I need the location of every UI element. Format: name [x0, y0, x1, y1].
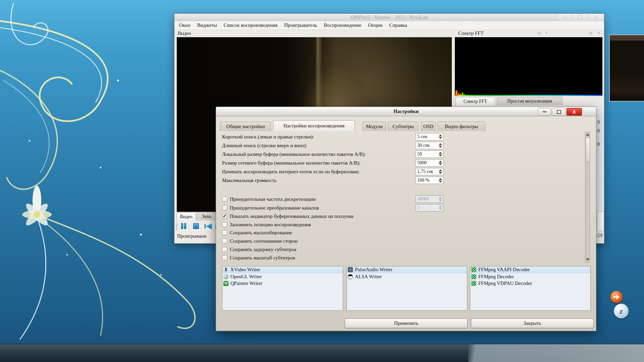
close-button[interactable]: X [588, 14, 603, 21]
stop-button[interactable] [193, 223, 199, 230]
settings-dialog: Настройки X Общие настройки Настройки во… [216, 107, 596, 331]
tab-simple-vis[interactable]: Простая визуализация [497, 97, 562, 105]
desktop-shortcut-z[interactable]: z [614, 304, 629, 318]
playlist-total-fragment: :59 [596, 233, 602, 238]
apply-button[interactable]: Применить [345, 318, 468, 328]
spinbox-network-buffer[interactable]: 5000 [416, 159, 443, 167]
fft-spectrum-line [455, 95, 602, 96]
checkbox-keep-aspect[interactable]: ✔ [222, 239, 227, 244]
settings-titlebar[interactable]: Настройки X [216, 107, 596, 116]
spinbox-short-seek[interactable]: 5 сек [416, 133, 443, 140]
previous-button[interactable] [206, 223, 212, 231]
list-item-label: PulseAudio Writer [355, 267, 392, 273]
list-item-label: FFMpeg Decoder [478, 274, 514, 280]
spinbox-max-volume[interactable]: 100 % [416, 177, 443, 184]
checkbox-label: Запомнить позицию воспроизведения [230, 222, 311, 228]
list-item[interactable]: FFMpeg VAAPI Decoder [470, 266, 590, 273]
minimize-icon [563, 17, 567, 18]
settings-maximize-button[interactable] [552, 108, 566, 116]
tab-osd[interactable]: OSD [421, 122, 436, 131]
toolbar-grip[interactable] [176, 224, 178, 230]
desktop-shortcut-arrow[interactable] [610, 291, 623, 303]
alsa-penguin-icon [348, 274, 353, 279]
scroll-down-icon[interactable] [586, 258, 589, 261]
checkbox-label: Сохранять масштабирование [230, 230, 292, 236]
tab-subtitles[interactable]: Субтитры [388, 122, 418, 131]
ffmpeg-icon [471, 267, 476, 272]
tab-general-settings[interactable]: Общие настройки [220, 122, 271, 131]
settings-scrollbar[interactable] [585, 132, 590, 262]
spinbox-stream-buffered[interactable]: 1,75 сек [416, 168, 443, 175]
settings-close-button[interactable]: X [567, 108, 582, 116]
menu-playback[interactable]: Воспроизведение [321, 22, 365, 28]
dock-close-icon[interactable]: × [543, 31, 549, 36]
list-item[interactable]: FFMpeg Decoder [470, 273, 590, 280]
playlist-scroll-fragment [597, 212, 604, 231]
playlist-duration-fragment: 8 [597, 128, 600, 134]
list-item[interactable]: FFMpeg VDPAU Decoder [470, 280, 590, 287]
tab-fft[interactable]: Спектр FFT [455, 97, 495, 106]
list-item-label: OpenGL Writer [230, 274, 262, 280]
list-item[interactable]: OpenGL Writer [222, 273, 343, 280]
checkbox-force-channels[interactable]: ✔ [222, 205, 227, 210]
video-writers-list[interactable]: XXVideo Writer OpenGL Writer QtQPainter … [222, 266, 343, 311]
spin-arrows[interactable] [439, 169, 442, 174]
spin-arrows[interactable] [439, 134, 442, 139]
fft-spectrum-canvas [455, 37, 602, 96]
decoders-list[interactable]: FFMpeg VAAPI Decoder FFMpeg Decoder FFMp… [470, 266, 591, 311]
menu-options[interactable]: Опции [365, 22, 386, 28]
checkbox-label: Сохранять задержку субтитроа [230, 247, 296, 252]
menu-help[interactable]: Справка [386, 22, 410, 28]
spinbox-samplerate-disabled: 48000 [416, 195, 443, 203]
x11-icon: X [223, 267, 228, 272]
ffmpeg-icon [471, 281, 476, 286]
tab-video[interactable]: Видео [177, 212, 196, 221]
spin-arrows[interactable] [439, 178, 442, 183]
menu-playlist[interactable]: Список воспроизведения [220, 22, 281, 28]
close-dialog-button[interactable]: Закрыть [471, 318, 594, 328]
checkbox-buffered-indicator[interactable]: ✔ [222, 214, 227, 219]
minimize-button[interactable] [557, 14, 573, 21]
fft-float-icon[interactable]: ◇ [588, 31, 594, 36]
pause-button[interactable] [181, 223, 187, 230]
list-item[interactable]: QtQPainter Writer [222, 280, 343, 287]
row-label: Длинный поиск (стрелки вверх и вниз): [222, 143, 307, 148]
maximize-button[interactable] [572, 14, 588, 21]
list-item[interactable]: PulseAudio Writer [347, 266, 467, 273]
scroll-up-icon[interactable] [586, 133, 589, 136]
list-item[interactable]: ALSA Writer [347, 273, 467, 280]
checkbox-remember-position[interactable]: ✔ [222, 222, 227, 227]
playlist-duration-fragment: 9 [597, 120, 600, 125]
tab-equalizer[interactable]: Эква. [197, 212, 217, 221]
tab-modules[interactable]: Модули [363, 122, 386, 131]
settings-minimize-button[interactable] [538, 108, 551, 116]
qmplay2-titlebar[interactable]: QMPlay2 - Haunter - 2013 - NovaLan X [174, 14, 604, 21]
checkbox-force-samplerate[interactable]: ✔ [222, 197, 227, 202]
scrollbar-thumb[interactable] [586, 137, 590, 162]
spin-arrows[interactable] [439, 152, 442, 157]
menu-widgets[interactable]: Виджеты [194, 22, 220, 28]
list-item[interactable]: XXVideo Writer [222, 266, 343, 273]
audio-writers-list[interactable]: PulseAudio Writer ALSA Writer [346, 266, 467, 311]
tab-playback-settings[interactable]: Настройки воспроизведения [273, 120, 355, 131]
maximize-icon [578, 15, 583, 19]
qmplay2-window-title: QMPlay2 - Haunter - 2013 - NovaLan [174, 14, 604, 21]
taskbar-tray-band [468, 344, 644, 362]
player-panel-label: Проигрывани [177, 233, 206, 239]
qt-icon: Qt [223, 281, 228, 286]
fft-close-icon[interactable]: × [596, 31, 602, 36]
tab-video-filters[interactable]: Видео фильтры [438, 122, 485, 131]
dock-float-icon[interactable]: ◇ [536, 31, 542, 36]
menu-player[interactable]: Проигрыватель [281, 22, 320, 28]
checkbox-keep-zoom[interactable]: ✔ [222, 230, 227, 235]
menu-window[interactable]: Окно [176, 22, 194, 28]
playlist-duration-fragment: 8 [597, 142, 600, 147]
checkbox-keep-subtitle-scale[interactable]: ✔ [222, 255, 227, 260]
checkbox-label: Сохранять соотношение сторон [230, 238, 298, 244]
background-window-fragment [609, 35, 644, 102]
spin-arrows[interactable] [439, 160, 442, 166]
checkbox-keep-subtitle-delay[interactable]: ✔ [222, 247, 227, 252]
spin-arrows[interactable] [439, 143, 442, 148]
spinbox-long-seek[interactable]: 30 сек [416, 142, 443, 149]
spinbox-local-buffer[interactable]: 50 [416, 150, 443, 158]
